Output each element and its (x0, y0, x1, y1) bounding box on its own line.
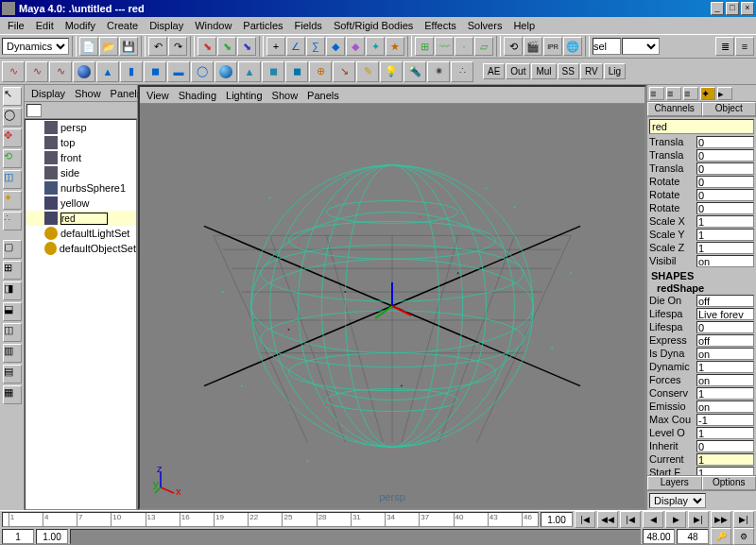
shelf-tab-mul[interactable]: Mul (531, 63, 556, 79)
playback-end-input[interactable] (643, 529, 675, 544)
outliner-item-yellow[interactable]: yellow (26, 196, 136, 211)
move-tool[interactable]: ✥ (3, 128, 22, 147)
snap-grid-button[interactable]: ⊞ (415, 37, 434, 56)
current-frame-input[interactable] (541, 512, 573, 527)
menu-file[interactable]: File (2, 19, 30, 32)
layout-four[interactable]: ⊞ (3, 261, 22, 280)
menu-modify[interactable]: Modify (60, 19, 101, 32)
menu-solvers[interactable]: Solvers (462, 19, 508, 32)
layout-persp-graph[interactable]: ⬓ (3, 302, 22, 321)
panels-menu[interactable]: Panels (302, 89, 344, 102)
shelf-cube1[interactable]: ◼ (262, 61, 284, 82)
channel-icon-speed[interactable]: ▸ (717, 87, 732, 100)
shelf-torus-blue[interactable]: ◯ (191, 61, 214, 82)
mask-handle-button[interactable]: ★ (386, 37, 404, 56)
outliner-rename-input[interactable] (60, 213, 108, 225)
shelf-paint[interactable]: ✎ (356, 61, 379, 82)
menu-fields[interactable]: Fields (289, 19, 328, 32)
shelf-sphere-blue[interactable] (73, 61, 95, 82)
channel-icon-2[interactable]: ≡ (666, 87, 681, 100)
layer-editor-toggle[interactable]: ≡ (735, 37, 754, 56)
mask-uv-button[interactable]: ◆ (326, 37, 345, 56)
step-fwd-button[interactable]: ▶▶ (711, 511, 731, 528)
select-component-button[interactable]: ⬊ (237, 37, 256, 56)
snap-point-button[interactable]: · (455, 37, 473, 56)
channel-icon-manip[interactable]: ✦ (700, 87, 715, 100)
layout-single[interactable]: ▢ (3, 240, 22, 259)
show-manip-tool[interactable]: ✦ (3, 191, 22, 210)
outliner-item-red[interactable] (26, 211, 136, 226)
new-scene-button[interactable]: 📄 (79, 37, 98, 56)
select-tool[interactable]: ↖ (3, 87, 22, 106)
options-tab[interactable]: Options (702, 476, 757, 490)
command-input[interactable] (593, 38, 621, 55)
channel-icon-1[interactable]: ≡ (649, 87, 664, 100)
outliner-item-nurbsSphere1[interactable]: nurbsSphere1 (26, 180, 136, 196)
outliner-item-defaultObjectSet[interactable]: defaultObjectSet (26, 241, 136, 256)
shelf-sphere2[interactable] (215, 61, 237, 82)
last-tool[interactable]: ∴ (3, 212, 22, 230)
layout-custom-2[interactable]: ▤ (3, 365, 22, 383)
range-start-input[interactable] (2, 529, 34, 544)
menu-edit[interactable]: Edit (30, 19, 60, 32)
shelf-cylinder-blue[interactable]: ▮ (120, 61, 143, 82)
shelf-particle[interactable]: ∴ (451, 61, 473, 82)
mask-hull-button[interactable]: ◆ (346, 37, 365, 56)
outliner-item-defaultLightSet[interactable]: defaultLightSet (26, 226, 136, 241)
mask-vertex-button[interactable]: + (266, 37, 285, 56)
rotate-tool[interactable]: ⟲ (3, 149, 22, 168)
shelf-tab-ss[interactable]: SS (558, 63, 579, 79)
shelf-cube-blue[interactable]: ◼ (144, 61, 166, 82)
viewport-3d[interactable]: persp x z y (140, 104, 644, 508)
range-end-input[interactable] (677, 529, 709, 544)
open-scene-button[interactable]: 📂 (99, 37, 118, 56)
shelf-curve-1[interactable]: ∿ (2, 61, 25, 82)
time-slider[interactable]: 14710131619222528313437404346 (2, 512, 539, 527)
shelf-tab-rv[interactable]: RV (580, 63, 603, 79)
shelf-tab-lig[interactable]: Lig (604, 63, 626, 79)
layout-custom-3[interactable]: ▦ (3, 385, 22, 404)
outliner-tree[interactable]: persptopfrontsidenurbsSphere1yellowdefau… (25, 119, 137, 510)
layers-tab[interactable]: Layers (647, 476, 702, 490)
goto-end-button[interactable]: ▶| (733, 511, 754, 528)
outliner-show-menu[interactable]: Show (70, 87, 106, 100)
shelf-tab-out[interactable]: Out (506, 63, 530, 79)
layers-dropdown[interactable]: Display (649, 493, 706, 508)
layout-custom-1[interactable]: ▥ (3, 344, 22, 363)
menu-create[interactable]: Create (101, 19, 144, 32)
menu-window[interactable]: Window (189, 19, 237, 32)
channel-object-name[interactable]: red (649, 119, 754, 134)
goto-start-button[interactable]: |◀ (575, 511, 595, 528)
select-hierarchy-button[interactable]: ⬊ (198, 37, 216, 56)
shelf-cone2[interactable]: ▲ (238, 61, 261, 82)
shelf-light2[interactable]: 🔦 (404, 61, 426, 82)
shelf-plane-blue[interactable]: ▬ (167, 61, 190, 82)
shelf-curve-2[interactable]: ∿ (26, 61, 48, 82)
shelf-cone-blue[interactable]: ▲ (96, 61, 119, 82)
outliner-display-menu[interactable]: Display (26, 87, 70, 100)
render-globals-button[interactable]: 🌐 (563, 37, 582, 56)
menu-help[interactable]: Help (507, 19, 541, 32)
show-menu[interactable]: Show (267, 89, 303, 102)
shelf-emitter[interactable]: ✷ (427, 61, 450, 82)
mask-face-button[interactable]: ∑ (306, 37, 325, 56)
snap-curve-button[interactable]: 〰 (435, 37, 454, 56)
outliner-item-persp[interactable]: persp (26, 120, 136, 135)
redo-button[interactable]: ↷ (168, 37, 187, 56)
prefs-button[interactable]: ⚙ (733, 528, 754, 545)
shelf-curve-3[interactable]: ∿ (49, 61, 72, 82)
menu-softrigidbodies[interactable]: Soft/Rigid Bodies (328, 19, 419, 32)
view-menu[interactable]: View (142, 89, 174, 102)
menu-particles[interactable]: Particles (237, 19, 288, 32)
layout-persp-out[interactable]: ◨ (3, 281, 22, 300)
mask-edge-button[interactable]: ∠ (286, 37, 305, 56)
shading-menu[interactable]: Shading (174, 89, 221, 102)
lighting-menu[interactable]: Lighting (221, 89, 267, 102)
object-tab[interactable]: Object (702, 102, 757, 116)
menu-effects[interactable]: Effects (419, 19, 461, 32)
key-fwd-button[interactable]: ▶| (688, 511, 709, 528)
channels-tab[interactable]: Channels (647, 102, 702, 116)
snap-plane-button[interactable]: ▱ (474, 37, 493, 56)
play-back-button[interactable]: ◀ (643, 511, 663, 528)
mode-dropdown[interactable]: Dynamics (2, 38, 69, 55)
